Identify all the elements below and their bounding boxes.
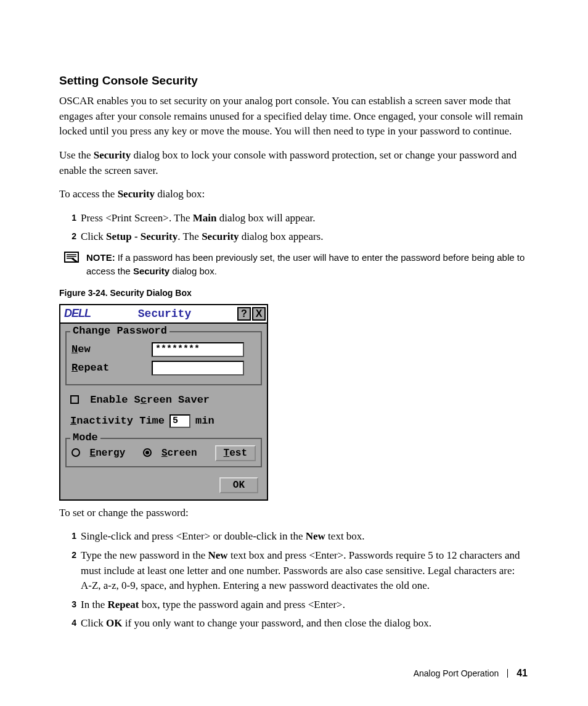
paragraph-2: Use the Security dialog box to lock your… <box>59 148 528 178</box>
text: ew <box>78 343 90 355</box>
text: reen Saver <box>147 394 210 406</box>
min-label: min <box>195 415 214 427</box>
hotkey: T <box>224 448 230 459</box>
paragraph-4: To set or change the password: <box>59 506 528 521</box>
bold-security: Security <box>118 188 155 200</box>
dell-logo: DELL <box>62 307 93 320</box>
ok-button[interactable]: OK <box>219 477 258 493</box>
screen-radio-label[interactable]: Screen <box>143 448 197 459</box>
text: nergy <box>96 448 125 459</box>
text: In the <box>81 599 107 610</box>
note-label: NOTE: <box>86 252 115 263</box>
step-number: 1 <box>64 211 76 224</box>
step-1: 1 Press <Print Screen>. The Main dialog … <box>59 211 528 226</box>
step-number: 2 <box>64 230 76 242</box>
bold: New <box>208 549 228 561</box>
text: Single-click and press <Enter> or double… <box>81 530 306 542</box>
bold: Security <box>133 266 169 276</box>
inactivity-row: Inactivity Time 5 min <box>70 414 257 428</box>
text: Click <box>81 231 106 242</box>
bold: Setup - Security <box>106 231 178 242</box>
step-2: 2 Type the new password in the New text … <box>59 548 528 594</box>
text: epeat <box>78 362 109 374</box>
help-button[interactable]: ? <box>237 307 251 321</box>
note-text: NOTE: If a password has been previously … <box>86 251 528 278</box>
page-footer: Analog Port Operation 41 <box>414 668 528 679</box>
text: Press <Print Screen>. The <box>81 212 193 224</box>
text: To access the <box>59 188 118 200</box>
text: creen <box>168 448 197 459</box>
text: nactivity Time <box>76 415 165 427</box>
bold: Security <box>202 231 239 242</box>
dialog-titlebar: DELL Security ? X <box>60 305 267 324</box>
inactivity-time-input[interactable]: 5 <box>169 414 190 428</box>
page-number: 41 <box>517 668 528 679</box>
enable-screensaver-checkbox[interactable] <box>70 395 79 404</box>
step-number: 4 <box>64 617 76 629</box>
enable-screensaver-row: Enable Screen Saver <box>70 394 257 406</box>
hotkey: R <box>71 362 78 374</box>
step-2: 2 Click Setup - Security. The Security d… <box>59 229 528 245</box>
text: text box. <box>325 530 365 542</box>
bold: Main <box>193 212 217 224</box>
text: Click <box>81 617 106 629</box>
hotkey: N <box>71 343 78 355</box>
text: Enable S <box>90 394 141 406</box>
steps-access: 1 Press <Print Screen>. The Main dialog … <box>59 211 528 245</box>
step-1: 1 Single-click and press <Enter> or doub… <box>59 529 528 544</box>
new-password-input[interactable]: ******** <box>152 342 244 357</box>
footer-separator <box>507 669 508 678</box>
text: if you only want to change your password… <box>123 617 431 629</box>
bold: OK <box>106 617 122 629</box>
energy-radio[interactable] <box>71 448 80 457</box>
text: dialog box: <box>155 188 205 200</box>
inactivity-label: Inactivity Time <box>70 415 165 427</box>
bold: Repeat <box>107 599 139 610</box>
hotkey: E <box>90 448 96 459</box>
hotkey: I <box>70 415 76 427</box>
paragraph-3: To access the Security dialog box: <box>59 187 528 202</box>
step-number: 2 <box>64 549 76 561</box>
step-4: 4 Click OK if you only want to change yo… <box>59 616 528 631</box>
text: dialog box. <box>169 266 217 276</box>
change-password-group: Change Password New ******** Repeat <box>65 331 262 385</box>
text: dialog box appears. <box>239 231 324 242</box>
text: . The <box>178 231 202 242</box>
step-number: 3 <box>64 598 76 610</box>
close-button[interactable]: X <box>252 307 266 321</box>
hotkey: c <box>141 394 147 406</box>
repeat-password-input[interactable] <box>152 361 244 376</box>
paragraph-1: OSCAR enables you to set security on you… <box>59 94 528 139</box>
text: dialog box will appear. <box>217 212 316 224</box>
new-label: New <box>71 343 152 355</box>
group-legend: Mode <box>70 432 100 443</box>
step-number: 1 <box>64 530 76 542</box>
note-icon <box>64 252 79 263</box>
security-dialog: DELL Security ? X Change Password New **… <box>59 304 268 501</box>
group-legend: Change Password <box>70 325 169 337</box>
bold-security: Security <box>94 149 131 161</box>
footer-section: Analog Port Operation <box>414 668 499 678</box>
dialog-title: Security <box>93 308 236 320</box>
test-button[interactable]: Test <box>215 445 256 461</box>
bold: New <box>306 530 325 542</box>
steps-set-password: 1 Single-click and press <Enter> or doub… <box>59 529 528 631</box>
repeat-label: Repeat <box>71 362 152 374</box>
text: Use the <box>59 149 94 161</box>
screen-radio[interactable] <box>143 448 152 457</box>
hotkey: S <box>161 448 168 459</box>
section-heading: Setting Console Security <box>59 74 528 88</box>
step-3: 3 In the Repeat box, type the password a… <box>59 597 528 613</box>
mode-group: Mode Energy Screen Test <box>65 438 262 467</box>
text: Type the new password in the <box>81 549 208 561</box>
energy-radio-label[interactable]: Energy <box>71 448 125 459</box>
figure-caption: Figure 3-24. Security Dialog Box <box>59 288 528 298</box>
note: NOTE: If a password has been previously … <box>59 251 528 278</box>
text: box, type the password again and press <… <box>139 599 345 610</box>
text: est <box>229 448 247 459</box>
